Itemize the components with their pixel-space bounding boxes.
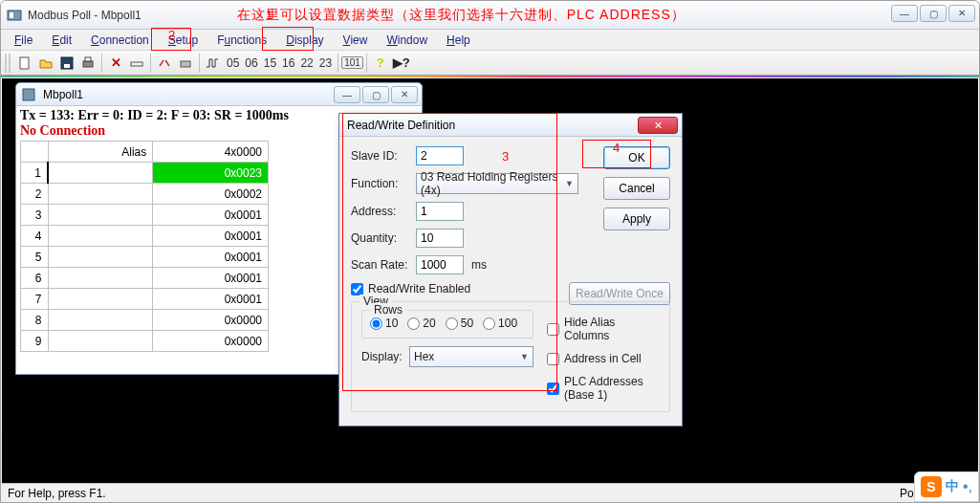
hide-alias-checkbox[interactable]: Hide Alias Columns [547,316,660,342]
row-header: 9 [21,331,49,352]
cancel-button[interactable]: Cancel [603,177,670,200]
value-cell[interactable]: 0x0023 [153,163,269,184]
toolbar-grip[interactable] [5,54,11,73]
rows-100-radio[interactable]: 100 [483,317,517,330]
toggle-icon[interactable] [126,53,147,74]
value-cell[interactable]: 0x0001 [153,205,269,226]
tool-15[interactable]: 15 [261,56,279,70]
function-select[interactable]: 03 Read Holding Registers (4x) ▼ [416,173,578,194]
display-select[interactable]: Hex ▼ [409,346,534,367]
table-row[interactable]: 10x0023 [21,163,269,184]
child-titlebar[interactable]: Mbpoll1 — ▢ ✕ [16,83,422,106]
ok-button[interactable]: OK [603,146,670,169]
menu-setup[interactable]: Setup [159,32,207,49]
table-row[interactable]: 40x0001 [21,226,269,247]
value-cell[interactable]: 0x0002 [153,184,269,205]
value-cell[interactable]: 0x0001 [153,268,269,289]
help-icon[interactable]: ? [370,53,391,74]
rows-50-radio[interactable]: 50 [446,317,473,330]
tool-05[interactable]: 05 [224,56,242,70]
close-button[interactable]: ✕ [948,5,975,22]
register-table[interactable]: Alias 4x0000 10x002320x000230x000140x000… [20,141,269,352]
rows-10-radio[interactable]: 10 [370,317,398,330]
pulse-icon[interactable] [203,53,224,74]
child-maximize-button[interactable]: ▢ [362,86,389,103]
tool-16[interactable]: 16 [279,56,297,70]
open-icon[interactable] [35,53,56,74]
quantity-input[interactable] [416,229,464,248]
svg-rect-9 [23,89,34,100]
rows-20-radio[interactable]: 20 [407,317,435,330]
ime-indicator[interactable]: S 中 •, [914,471,979,502]
alias-cell[interactable] [48,205,153,226]
table-row[interactable]: 20x0002 [21,184,269,205]
view-group: View Rows 10 20 50 100 [351,301,670,412]
menu-file[interactable]: File [5,32,42,49]
function-label: Function: [351,177,416,190]
col-register[interactable]: 4x0000 [153,142,269,163]
menu-connection[interactable]: Connection [81,32,159,49]
menu-functions[interactable]: Functions [207,32,276,49]
display-value: Hex [414,350,434,363]
row-header: 4 [21,226,49,247]
new-icon[interactable] [14,53,35,74]
alias-cell[interactable] [48,184,153,205]
table-row[interactable]: 70x0001 [21,289,269,310]
tool-101[interactable]: 101 [341,56,363,69]
value-cell[interactable]: 0x0001 [153,247,269,268]
alias-cell[interactable] [48,247,153,268]
alias-cell[interactable] [48,226,153,247]
alias-cell[interactable] [48,163,153,184]
table-row[interactable]: 90x0000 [21,331,269,352]
value-cell[interactable]: 0x0000 [153,331,269,352]
annotation-text: 在这里可以设置数据类型（这里我们选择十六进制、PLC ADDRESS） [237,7,686,24]
apply-button[interactable]: Apply [603,208,670,230]
quantity-label: Quantity: [351,231,416,245]
value-cell[interactable]: 0x0001 [153,289,269,310]
printer2-icon[interactable] [175,53,196,74]
connect-icon[interactable] [154,53,175,74]
table-row[interactable]: 60x0001 [21,268,269,289]
tool-23[interactable]: 23 [316,56,335,70]
scanrate-input[interactable] [416,255,464,274]
status-help: For Help, press F1. [8,487,106,500]
ms-label: ms [471,258,487,272]
rw-enabled-checkbox[interactable] [351,283,363,295]
tool-22[interactable]: 22 [297,56,316,70]
tool-06[interactable]: 06 [242,56,260,70]
address-label: Address: [351,205,416,218]
alias-cell[interactable] [48,268,153,289]
value-cell[interactable]: 0x0001 [153,226,269,247]
dialog-close-button[interactable]: ✕ [638,117,678,134]
child-close-button[interactable]: ✕ [391,86,418,103]
context-help-icon[interactable]: ▶? [391,53,412,74]
address-input[interactable] [416,202,464,221]
alias-cell[interactable] [48,289,153,310]
menu-edit[interactable]: Edit [42,32,81,49]
menu-window[interactable]: Window [377,32,437,49]
value-cell[interactable]: 0x0000 [153,310,269,331]
delete-icon[interactable]: ✕ [105,53,126,74]
maximize-button[interactable]: ▢ [920,5,947,22]
table-row[interactable]: 50x0001 [21,247,269,268]
menu-view[interactable]: View [334,32,378,49]
plc-addresses-checkbox[interactable]: PLC Addresses (Base 1) [547,375,660,402]
slave-id-input[interactable] [416,146,464,165]
svg-rect-4 [64,64,70,68]
save-icon[interactable] [56,53,77,74]
alias-cell[interactable] [48,310,153,331]
dialog-titlebar[interactable]: Read/Write Definition ✕ [339,114,682,137]
child-minimize-button[interactable]: — [334,86,360,103]
table-row[interactable]: 80x0000 [21,310,269,331]
address-in-cell-checkbox[interactable]: Address in Cell [547,352,660,365]
app-icon [7,8,22,23]
minimize-button[interactable]: — [891,5,918,22]
window-title: Modbus Poll - Mbpoll1 [28,9,142,22]
table-row[interactable]: 30x0001 [21,205,269,226]
menu-help[interactable]: Help [437,32,480,49]
alias-cell[interactable] [48,331,153,352]
print-icon[interactable] [77,53,98,74]
col-alias[interactable]: Alias [48,142,153,163]
menu-display[interactable]: Display [276,32,333,49]
titlebar[interactable]: Modbus Poll - Mbpoll1 在这里可以设置数据类型（这里我们选择… [1,1,979,30]
